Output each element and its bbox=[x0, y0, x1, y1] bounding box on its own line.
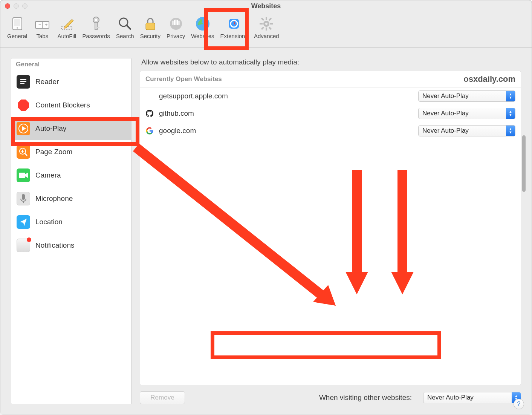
site-name: google.com bbox=[159, 127, 413, 135]
github-icon bbox=[145, 109, 154, 118]
svg-rect-43 bbox=[22, 194, 25, 200]
svg-rect-24 bbox=[260, 23, 263, 25]
select-value: Never Auto-Play bbox=[419, 92, 506, 100]
sidebar-item-content-blockers[interactable]: Content Blockers bbox=[11, 93, 131, 117]
toolbar-search[interactable]: Search bbox=[113, 14, 137, 41]
svg-rect-41 bbox=[19, 173, 25, 178]
default-autoplay-select[interactable]: Never Auto-Play ▲▼ bbox=[423, 392, 521, 403]
toolbar-label: Tabs bbox=[37, 33, 49, 39]
footer-label: When visiting other websites: bbox=[319, 394, 412, 402]
select-value: Never Auto-Play bbox=[419, 127, 506, 135]
toolbar-label: Websites bbox=[191, 33, 214, 39]
sidebar-item-location[interactable]: Location bbox=[11, 210, 131, 234]
sidebar-item-label: Location bbox=[35, 218, 63, 226]
chevron-updown-icon: ▲▼ bbox=[506, 108, 515, 119]
sidebar-heading: General bbox=[11, 58, 131, 70]
svg-rect-26 bbox=[261, 18, 264, 21]
toolbar-label: Extensions bbox=[220, 33, 248, 39]
svg-rect-22 bbox=[266, 17, 267, 20]
svg-point-2 bbox=[17, 27, 18, 29]
content-area: Allow websites below to automatically pl… bbox=[140, 58, 521, 404]
chevron-updown-icon: ▲▼ bbox=[506, 91, 515, 101]
svg-text:−: − bbox=[38, 22, 41, 28]
location-icon bbox=[17, 215, 30, 229]
search-icon bbox=[117, 15, 133, 32]
sidebar-item-microphone[interactable]: Microphone bbox=[11, 187, 131, 210]
sidebar-item-label: Page Zoom bbox=[35, 148, 72, 156]
svg-line-38 bbox=[25, 153, 27, 156]
toolbar-label: Passwords bbox=[82, 33, 110, 39]
help-label: ? bbox=[517, 400, 520, 408]
sidebar-item-reader[interactable]: Reader bbox=[11, 70, 131, 93]
svg-point-11 bbox=[95, 19, 97, 21]
site-list-heading: Currently Open Websites bbox=[145, 75, 222, 83]
close-button[interactable] bbox=[5, 3, 10, 9]
play-icon bbox=[17, 122, 30, 135]
toolbar-passwords[interactable]: Passwords bbox=[79, 14, 113, 41]
main-content: General Reader Content Blockers Auto-Pla… bbox=[0, 47, 532, 415]
key-icon bbox=[88, 15, 104, 32]
general-icon bbox=[9, 15, 26, 32]
select-value: Never Auto-Play bbox=[423, 394, 512, 401]
minimize-button[interactable] bbox=[14, 3, 19, 9]
site-row[interactable]: getsupport.apple.com Never Auto-Play ▲▼ bbox=[140, 87, 521, 105]
toolbar-label: Advanced bbox=[254, 33, 279, 39]
site-name: github.com bbox=[159, 109, 413, 118]
microphone-icon bbox=[17, 192, 30, 205]
autoplay-select[interactable]: Never Auto-Play ▲▼ bbox=[418, 90, 515, 102]
site-list-pane: Currently Open Websites osxdaily.com get… bbox=[140, 71, 521, 385]
select-value: Never Auto-Play bbox=[419, 110, 506, 117]
toolbar-extensions[interactable]: Extensions bbox=[217, 14, 251, 41]
svg-rect-1 bbox=[14, 19, 20, 26]
sidebar-item-camera[interactable]: Camera bbox=[11, 164, 131, 187]
notifications-icon bbox=[17, 239, 30, 252]
svg-rect-13 bbox=[97, 27, 99, 28]
apple-icon bbox=[145, 92, 154, 100]
content-heading: Allow websites below to automatically pl… bbox=[141, 58, 521, 66]
site-row[interactable]: github.com Never Auto-Play ▲▼ bbox=[140, 105, 521, 122]
toolbar: General −+ Tabs AutoFill Passwords Searc… bbox=[0, 12, 532, 47]
toolbar-websites[interactable]: Websites bbox=[188, 14, 217, 41]
sidebar-item-label: Notifications bbox=[35, 241, 75, 250]
sidebar-item-notifications[interactable]: Notifications bbox=[11, 234, 131, 257]
maximize-button[interactable] bbox=[22, 3, 28, 9]
toolbar-security[interactable]: Security bbox=[137, 14, 164, 41]
toolbar-autofill[interactable]: AutoFill bbox=[54, 14, 79, 41]
toolbar-label: Privacy bbox=[167, 33, 185, 39]
sidebar-item-label: Auto-Play bbox=[35, 124, 66, 133]
remove-label: Remove bbox=[150, 394, 174, 401]
zoom-icon bbox=[17, 145, 30, 159]
svg-marker-34 bbox=[18, 100, 29, 111]
google-icon bbox=[145, 127, 154, 135]
site-row[interactable]: google.com Never Auto-Play ▲▼ bbox=[140, 122, 521, 139]
svg-rect-25 bbox=[270, 23, 273, 25]
toolbar-label: Security bbox=[140, 33, 161, 39]
gear-icon bbox=[258, 15, 275, 32]
toolbar-general[interactable]: General bbox=[4, 14, 30, 41]
svg-line-15 bbox=[127, 25, 130, 29]
remove-button[interactable]: Remove bbox=[140, 391, 185, 404]
privacy-icon bbox=[168, 15, 184, 32]
autoplay-select[interactable]: Never Auto-Play ▲▼ bbox=[418, 108, 515, 119]
autoplay-select[interactable]: Never Auto-Play ▲▼ bbox=[418, 125, 515, 136]
scrollbar[interactable] bbox=[522, 135, 526, 192]
toolbar-label: General bbox=[7, 33, 27, 39]
toolbar-label: AutoFill bbox=[57, 33, 76, 39]
globe-icon bbox=[194, 15, 211, 32]
sidebar-item-page-zoom[interactable]: Page Zoom bbox=[11, 140, 131, 164]
toolbar-advanced[interactable]: Advanced bbox=[251, 14, 282, 41]
svg-marker-45 bbox=[20, 219, 27, 226]
help-button[interactable]: ? bbox=[514, 399, 524, 409]
sidebar-item-auto-play[interactable]: Auto-Play bbox=[11, 117, 131, 140]
branding-text: osxdaily.com bbox=[463, 74, 515, 84]
svg-marker-42 bbox=[25, 173, 28, 178]
tabs-icon: −+ bbox=[34, 15, 50, 32]
site-name: getsupport.apple.com bbox=[159, 92, 413, 100]
toolbar-privacy[interactable]: Privacy bbox=[164, 14, 188, 41]
preferences-window: Websites General −+ Tabs AutoFill Passwo… bbox=[0, 0, 532, 415]
titlebar: Websites bbox=[0, 0, 532, 12]
toolbar-tabs[interactable]: −+ Tabs bbox=[30, 14, 54, 41]
svg-point-30 bbox=[265, 23, 268, 25]
sidebar-item-label: Reader bbox=[35, 78, 59, 86]
camera-icon bbox=[17, 168, 30, 182]
